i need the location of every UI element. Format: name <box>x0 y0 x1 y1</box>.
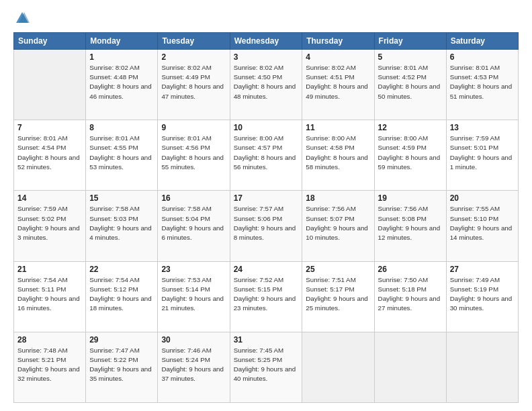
day-number: 14 <box>17 193 82 203</box>
calendar-cell: 22Sunrise: 7:54 AMSunset: 5:12 PMDayligh… <box>86 261 158 332</box>
calendar-week-2: 7Sunrise: 8:01 AMSunset: 4:54 PMDaylight… <box>14 120 519 191</box>
calendar-week-3: 14Sunrise: 7:59 AMSunset: 5:02 PMDayligh… <box>14 191 519 261</box>
calendar-cell: 21Sunrise: 7:54 AMSunset: 5:11 PMDayligh… <box>14 261 86 332</box>
calendar-table: SundayMondayTuesdayWednesdayThursdayFrid… <box>13 32 519 403</box>
day-info: Sunrise: 8:00 AMSunset: 4:58 PMDaylight:… <box>306 134 370 172</box>
day-number: 6 <box>450 52 515 62</box>
calendar-cell: 27Sunrise: 7:49 AMSunset: 5:19 PMDayligh… <box>446 261 518 332</box>
logo-icon <box>15 11 30 26</box>
day-info: Sunrise: 7:54 AMSunset: 5:12 PMDaylight:… <box>89 275 154 314</box>
calendar-header-saturday: Saturday <box>446 33 518 50</box>
day-number: 28 <box>17 335 82 345</box>
day-number: 16 <box>161 193 226 203</box>
calendar-cell: 30Sunrise: 7:46 AMSunset: 5:24 PMDayligh… <box>158 332 230 402</box>
day-number: 18 <box>306 193 370 203</box>
calendar-cell <box>14 50 86 120</box>
day-info: Sunrise: 7:57 AMSunset: 5:06 PMDaylight:… <box>234 204 299 242</box>
calendar-cell: 13Sunrise: 7:59 AMSunset: 5:01 PMDayligh… <box>446 120 518 191</box>
day-number: 29 <box>89 335 154 345</box>
day-info: Sunrise: 8:02 AMSunset: 4:48 PMDaylight:… <box>89 63 154 101</box>
day-number: 15 <box>89 193 154 203</box>
day-info: Sunrise: 7:47 AMSunset: 5:22 PMDaylight:… <box>89 346 154 384</box>
day-info: Sunrise: 7:50 AMSunset: 5:18 PMDaylight:… <box>378 275 443 314</box>
day-number: 12 <box>378 123 443 132</box>
calendar-cell: 14Sunrise: 7:59 AMSunset: 5:02 PMDayligh… <box>14 191 86 261</box>
logo <box>13 11 30 26</box>
calendar-header-monday: Monday <box>86 33 158 50</box>
day-number: 8 <box>89 123 154 132</box>
day-info: Sunrise: 7:58 AMSunset: 5:04 PMDaylight:… <box>161 204 226 242</box>
day-info: Sunrise: 8:01 AMSunset: 4:52 PMDaylight:… <box>378 63 443 101</box>
calendar-cell <box>374 332 446 402</box>
calendar-cell: 31Sunrise: 7:45 AMSunset: 5:25 PMDayligh… <box>230 332 302 402</box>
calendar-cell: 23Sunrise: 7:53 AMSunset: 5:14 PMDayligh… <box>158 261 230 332</box>
day-info: Sunrise: 8:02 AMSunset: 4:50 PMDaylight:… <box>234 63 299 101</box>
day-info: Sunrise: 8:01 AMSunset: 4:54 PMDaylight:… <box>17 134 82 172</box>
calendar-cell: 16Sunrise: 7:58 AMSunset: 5:04 PMDayligh… <box>158 191 230 261</box>
day-info: Sunrise: 7:45 AMSunset: 5:25 PMDaylight:… <box>234 346 299 384</box>
calendar-week-5: 28Sunrise: 7:48 AMSunset: 5:21 PMDayligh… <box>14 332 519 402</box>
calendar-header-tuesday: Tuesday <box>158 33 230 50</box>
day-number: 21 <box>17 265 82 274</box>
page: SundayMondayTuesdayWednesdayThursdayFrid… <box>0 0 532 411</box>
day-number: 11 <box>306 123 370 132</box>
calendar-cell: 10Sunrise: 8:00 AMSunset: 4:57 PMDayligh… <box>230 120 302 191</box>
day-info: Sunrise: 8:01 AMSunset: 4:53 PMDaylight:… <box>450 63 515 101</box>
calendar-cell: 18Sunrise: 7:56 AMSunset: 5:07 PMDayligh… <box>302 191 374 261</box>
day-number: 9 <box>161 123 226 132</box>
day-number: 20 <box>450 193 515 203</box>
day-info: Sunrise: 7:58 AMSunset: 5:03 PMDaylight:… <box>89 204 154 242</box>
calendar-cell: 28Sunrise: 7:48 AMSunset: 5:21 PMDayligh… <box>14 332 86 402</box>
day-number: 17 <box>234 193 299 203</box>
day-number: 13 <box>450 123 515 132</box>
day-number: 19 <box>378 193 443 203</box>
day-info: Sunrise: 7:54 AMSunset: 5:11 PMDaylight:… <box>17 275 82 314</box>
calendar-header-wednesday: Wednesday <box>230 33 302 50</box>
day-number: 7 <box>17 123 82 132</box>
calendar-cell: 12Sunrise: 8:00 AMSunset: 4:59 PMDayligh… <box>374 120 446 191</box>
calendar-cell: 1Sunrise: 8:02 AMSunset: 4:48 PMDaylight… <box>86 50 158 120</box>
day-number: 10 <box>234 123 299 132</box>
calendar-header-sunday: Sunday <box>14 33 86 50</box>
day-number: 31 <box>234 335 299 345</box>
calendar-cell: 29Sunrise: 7:47 AMSunset: 5:22 PMDayligh… <box>86 332 158 402</box>
day-number: 26 <box>378 265 443 274</box>
day-number: 22 <box>89 265 154 274</box>
calendar-cell: 3Sunrise: 8:02 AMSunset: 4:50 PMDaylight… <box>230 50 302 120</box>
day-info: Sunrise: 8:02 AMSunset: 4:49 PMDaylight:… <box>161 63 226 101</box>
day-info: Sunrise: 8:00 AMSunset: 4:59 PMDaylight:… <box>378 134 443 172</box>
day-number: 4 <box>306 52 370 62</box>
calendar-cell: 25Sunrise: 7:51 AMSunset: 5:17 PMDayligh… <box>302 261 374 332</box>
calendar-cell: 15Sunrise: 7:58 AMSunset: 5:03 PMDayligh… <box>86 191 158 261</box>
day-info: Sunrise: 7:56 AMSunset: 5:07 PMDaylight:… <box>306 204 370 242</box>
calendar-cell: 26Sunrise: 7:50 AMSunset: 5:18 PMDayligh… <box>374 261 446 332</box>
calendar-cell: 6Sunrise: 8:01 AMSunset: 4:53 PMDaylight… <box>446 50 518 120</box>
calendar-cell: 20Sunrise: 7:55 AMSunset: 5:10 PMDayligh… <box>446 191 518 261</box>
day-number: 2 <box>161 52 226 62</box>
calendar-cell: 5Sunrise: 8:01 AMSunset: 4:52 PMDaylight… <box>374 50 446 120</box>
calendar-cell <box>302 332 374 402</box>
day-info: Sunrise: 8:02 AMSunset: 4:51 PMDaylight:… <box>306 63 370 101</box>
calendar-cell: 11Sunrise: 8:00 AMSunset: 4:58 PMDayligh… <box>302 120 374 191</box>
calendar-header-friday: Friday <box>374 33 446 50</box>
day-number: 30 <box>161 335 226 345</box>
calendar-week-4: 21Sunrise: 7:54 AMSunset: 5:11 PMDayligh… <box>14 261 519 332</box>
calendar-cell: 19Sunrise: 7:56 AMSunset: 5:08 PMDayligh… <box>374 191 446 261</box>
calendar-cell: 8Sunrise: 8:01 AMSunset: 4:55 PMDaylight… <box>86 120 158 191</box>
calendar-cell: 2Sunrise: 8:02 AMSunset: 4:49 PMDaylight… <box>158 50 230 120</box>
day-info: Sunrise: 7:48 AMSunset: 5:21 PMDaylight:… <box>17 346 82 384</box>
calendar-header-row: SundayMondayTuesdayWednesdayThursdayFrid… <box>14 33 519 50</box>
day-number: 3 <box>234 52 299 62</box>
day-info: Sunrise: 8:01 AMSunset: 4:56 PMDaylight:… <box>161 134 226 172</box>
calendar-week-1: 1Sunrise: 8:02 AMSunset: 4:48 PMDaylight… <box>14 50 519 120</box>
day-number: 25 <box>306 265 370 274</box>
day-info: Sunrise: 7:59 AMSunset: 5:02 PMDaylight:… <box>17 204 82 242</box>
day-info: Sunrise: 7:49 AMSunset: 5:19 PMDaylight:… <box>450 275 515 314</box>
calendar-cell: 9Sunrise: 8:01 AMSunset: 4:56 PMDaylight… <box>158 120 230 191</box>
calendar-cell: 7Sunrise: 8:01 AMSunset: 4:54 PMDaylight… <box>14 120 86 191</box>
day-info: Sunrise: 7:56 AMSunset: 5:08 PMDaylight:… <box>378 204 443 242</box>
day-info: Sunrise: 8:00 AMSunset: 4:57 PMDaylight:… <box>234 134 299 172</box>
calendar-cell: 17Sunrise: 7:57 AMSunset: 5:06 PMDayligh… <box>230 191 302 261</box>
day-info: Sunrise: 7:52 AMSunset: 5:15 PMDaylight:… <box>234 275 299 314</box>
calendar-header-thursday: Thursday <box>302 33 374 50</box>
